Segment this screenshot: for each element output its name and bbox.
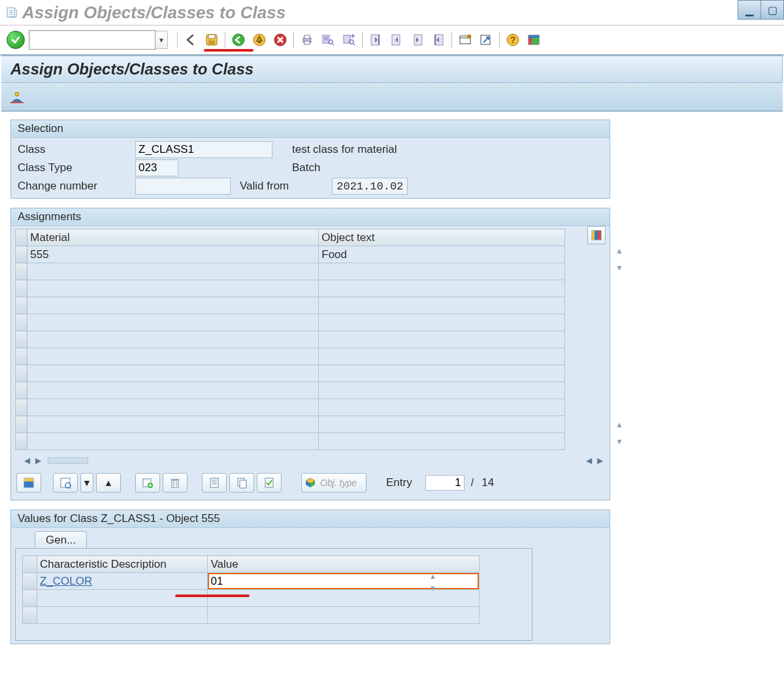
help-icon[interactable]: ? bbox=[503, 30, 523, 50]
cell-objtext[interactable] bbox=[319, 280, 565, 297]
scroll-right-icon[interactable]: ▶ bbox=[595, 456, 606, 465]
row-selector[interactable] bbox=[16, 280, 27, 297]
cell-objtext[interactable] bbox=[319, 416, 565, 433]
scroll-up-icon[interactable]: ▲ bbox=[615, 418, 623, 431]
tab-general[interactable]: Gen... bbox=[35, 531, 87, 549]
window-minimize-button[interactable]: ▁ bbox=[738, 0, 761, 20]
layout-icon[interactable] bbox=[524, 30, 544, 50]
first-page-icon[interactable] bbox=[366, 30, 385, 50]
select-all-cell[interactable] bbox=[16, 229, 27, 246]
cell-material[interactable] bbox=[27, 297, 319, 314]
cell-material[interactable] bbox=[27, 280, 319, 297]
select-all-cell[interactable] bbox=[23, 556, 37, 573]
row-selector[interactable] bbox=[16, 433, 27, 450]
check-button[interactable] bbox=[257, 473, 282, 493]
entry-current-input[interactable] bbox=[425, 475, 465, 491]
new-session-icon[interactable] bbox=[455, 30, 475, 50]
detail-button[interactable] bbox=[202, 473, 227, 493]
characteristic-value-input[interactable] bbox=[208, 573, 479, 589]
scroll-down-icon[interactable]: ▼ bbox=[615, 435, 623, 448]
col-header-objecttext[interactable]: Object text bbox=[319, 229, 565, 246]
cell-material[interactable] bbox=[27, 314, 319, 331]
cell-objtext[interactable] bbox=[319, 331, 565, 348]
cell-objtext[interactable]: Food bbox=[319, 246, 565, 263]
cell-objtext[interactable] bbox=[319, 263, 565, 280]
row-selector[interactable] bbox=[16, 399, 27, 416]
delete-row-button[interactable] bbox=[163, 473, 188, 493]
row-selector[interactable] bbox=[16, 348, 27, 365]
cell-objtext[interactable] bbox=[319, 399, 565, 416]
select-all-button[interactable] bbox=[16, 473, 41, 493]
table-row[interactable] bbox=[16, 331, 565, 348]
obj-type-button[interactable]: Obj. type bbox=[301, 473, 367, 493]
cell-material[interactable] bbox=[27, 348, 319, 365]
table-row[interactable] bbox=[16, 365, 565, 382]
cell-characteristic-description[interactable] bbox=[37, 590, 208, 607]
cell-value[interactable] bbox=[208, 607, 480, 624]
class-input[interactable] bbox=[135, 141, 272, 158]
table-row[interactable] bbox=[16, 348, 565, 365]
copy-button[interactable] bbox=[229, 473, 254, 493]
cell-objtext[interactable] bbox=[319, 297, 565, 314]
table-row[interactable] bbox=[23, 590, 480, 607]
cell-value[interactable] bbox=[208, 573, 480, 590]
table-row[interactable] bbox=[16, 263, 565, 280]
cell-characteristic-description[interactable]: Z_COLOR bbox=[37, 573, 208, 590]
prev-page-icon[interactable] bbox=[387, 30, 406, 50]
row-selector[interactable] bbox=[16, 246, 27, 263]
col-header-material[interactable]: Material bbox=[27, 229, 319, 246]
save-icon[interactable] bbox=[202, 30, 221, 50]
table-row[interactable]: Z_COLOR bbox=[23, 573, 480, 590]
sort-asc-button[interactable]: ▲ bbox=[96, 473, 121, 493]
table-row[interactable] bbox=[16, 314, 565, 331]
cell-material[interactable] bbox=[27, 365, 319, 382]
table-row[interactable] bbox=[16, 433, 565, 450]
row-selector[interactable] bbox=[23, 573, 37, 590]
col-header-characteristic-description[interactable]: Characteristic Description bbox=[37, 556, 208, 573]
exit-yellow-icon[interactable] bbox=[250, 30, 269, 50]
row-selector[interactable] bbox=[16, 382, 27, 399]
find-next-icon[interactable] bbox=[339, 30, 359, 50]
cell-material[interactable] bbox=[27, 433, 319, 450]
row-selector[interactable] bbox=[23, 607, 37, 624]
table-settings-icon[interactable] bbox=[587, 226, 606, 244]
find-icon[interactable] bbox=[318, 30, 338, 50]
cell-objtext[interactable] bbox=[319, 348, 565, 365]
class-type-input[interactable] bbox=[135, 159, 178, 176]
scroll-up-icon[interactable]: ▲ bbox=[429, 572, 436, 580]
scroll-down-icon[interactable]: ▼ bbox=[615, 261, 623, 274]
window-maximize-button[interactable]: ▢ bbox=[760, 0, 784, 20]
char-table-scrollbar[interactable]: ▲ ▼ bbox=[429, 572, 436, 592]
scroll-down-icon[interactable]: ▼ bbox=[429, 584, 436, 592]
command-history-dropdown[interactable]: ▼ bbox=[155, 31, 168, 49]
cell-material[interactable] bbox=[27, 263, 319, 280]
table-row[interactable] bbox=[16, 399, 565, 416]
print-icon[interactable] bbox=[297, 30, 317, 50]
window-menu-icon[interactable] bbox=[5, 6, 18, 19]
row-selector[interactable] bbox=[16, 297, 27, 314]
table-row[interactable] bbox=[16, 297, 565, 314]
row-selector[interactable] bbox=[16, 416, 27, 433]
hscroll-track[interactable] bbox=[48, 457, 88, 464]
shortcut-icon[interactable] bbox=[476, 30, 496, 50]
assign-user-icon[interactable] bbox=[8, 88, 26, 106]
back-green-icon[interactable] bbox=[229, 30, 248, 50]
table-row[interactable] bbox=[16, 382, 565, 399]
scroll-left-icon[interactable]: ◀ bbox=[22, 456, 33, 465]
cell-characteristic-description[interactable] bbox=[37, 607, 208, 624]
table-vertical-scrollbar[interactable]: ▲ ▼ ▲ ▼ bbox=[612, 244, 627, 448]
change-number-input[interactable] bbox=[135, 178, 231, 195]
command-field[interactable] bbox=[29, 30, 155, 50]
next-page-icon[interactable] bbox=[408, 30, 427, 50]
table-row[interactable]: 555Food bbox=[16, 246, 565, 263]
cell-material[interactable] bbox=[27, 331, 319, 348]
scroll-left-icon[interactable]: ◀ bbox=[583, 456, 595, 465]
row-selector[interactable] bbox=[16, 365, 27, 382]
back-icon[interactable] bbox=[181, 30, 201, 50]
enter-button[interactable] bbox=[7, 31, 25, 49]
cell-objtext[interactable] bbox=[319, 314, 565, 331]
cell-material[interactable] bbox=[27, 416, 319, 433]
cell-objtext[interactable] bbox=[319, 382, 565, 399]
cell-objtext[interactable] bbox=[319, 433, 565, 450]
scroll-up-icon[interactable]: ▲ bbox=[615, 244, 623, 257]
